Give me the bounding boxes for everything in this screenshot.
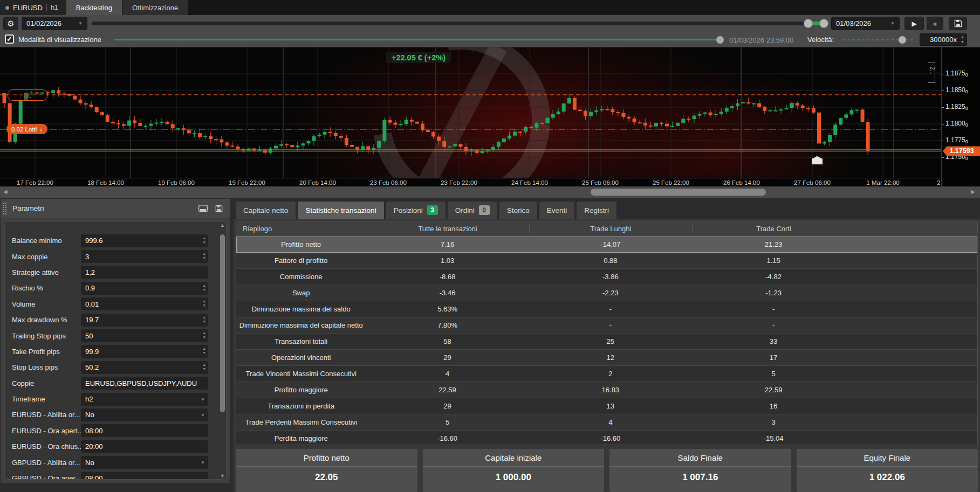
parameter-field-8[interactable]: 99.9▲▼ [81,345,208,358]
parameter-field-16[interactable]: 08:00 [81,472,208,480]
table-row[interactable]: Diminuzione massima del saldo5.63%-- [236,301,977,317]
metric-label: Commissione [236,273,366,281]
open-position-chip[interactable]: 0.02 Lotti ↓ [6,124,47,134]
parameter-field-14[interactable]: 20:00 [81,440,208,453]
parameter-field-7[interactable]: 50▲▼ [81,329,208,342]
table-row[interactable]: Trade Vincenti Massimi Consecutivi425 [236,366,977,382]
playback-progress-line [114,39,719,40]
symbol-tab[interactable]: EURUSD h1 [0,0,66,15]
scroll-left-icon[interactable]: ◀ [3,189,8,195]
column-header[interactable]: Tutte le transazioni [366,225,529,233]
candlestick-chart[interactable]: +22.05 € (+2%) SL 0.02 Lotti ↓ 2... 17 F… [0,47,980,186]
range-slider-handle-left[interactable] [804,19,813,28]
metric-value: 22.59 [366,386,529,394]
metric-value: - [529,321,692,329]
speed-spinner[interactable]: ▲▼ [961,35,964,44]
stats-tab-posizioni[interactable]: Posizioni3 [386,202,446,219]
parameter-value: 50 [85,332,93,340]
spinner-icon[interactable]: ▲▼ [203,347,206,355]
metric-label: Transazioni totali [236,337,366,345]
parameter-field-12[interactable]: No▼ [81,408,208,421]
stats-tab-ordini[interactable]: Ordini0 [448,202,497,219]
speed-slider-handle[interactable] [899,36,906,44]
scroll-right-icon[interactable]: ▶ [971,189,975,195]
save-parameters-icon[interactable] [215,205,223,212]
spinner-icon[interactable]: ▲▼ [203,236,206,245]
chevron-down-icon[interactable]: ▼ [201,460,205,465]
parameter-field-10[interactable]: EURUSD,GBPUSD,USDJPY,AUDU [81,377,208,390]
spinner-icon[interactable]: ▲▼ [203,331,206,339]
lots-label: 0.02 Lotti [11,126,37,133]
tab-label: Ordini [455,206,475,214]
table-row[interactable]: Perdita maggiore-16.60-16.60-15.04 [236,431,977,445]
table-row[interactable]: Transazioni totali582533 [236,334,977,350]
summary-card-equity-finale: Equity Finale1 022.06 [797,449,978,492]
save-button[interactable] [949,17,967,30]
metric-value: - [692,305,855,313]
table-row[interactable]: Trade Perdenti Massimi Consecutivi543 [236,414,977,431]
parameter-field-3[interactable]: 1,2 [81,266,208,279]
settings-button[interactable]: ⚙ [3,17,18,30]
spinner-icon[interactable]: ▲▼ [203,363,206,371]
table-row[interactable]: Operazioni vincenti291217 [236,350,977,366]
play-button[interactable]: ▶ [904,17,924,30]
chevron-down-icon[interactable]: ▼ [201,413,205,418]
parameter-field-6[interactable]: 19.7▲▼ [81,314,208,327]
table-row[interactable]: Profitto maggiore22.5916.8322.59 [236,382,977,398]
table-row[interactable]: Diminuzione massima del capitale netto7.… [236,317,977,334]
table-row[interactable]: Fattore di profitto1.030.881.15 [236,253,977,269]
gear-icon: ⚙ [7,19,14,29]
chevron-down-icon[interactable]: ▼ [201,397,205,402]
scrollbar-thumb[interactable] [591,189,766,196]
parameter-field-11[interactable]: h2▼ [81,393,208,406]
stats-tab-registri[interactable]: Registri [577,202,616,219]
stop-loss-chip[interactable]: SL [8,89,47,101]
stats-tab-statistiche-transazioni[interactable]: Statistiche transazioni [298,202,383,219]
stats-tab-capitale-netto[interactable]: Capitale netto [236,202,296,219]
metric-value: 1.03 [366,257,529,265]
spinner-icon[interactable]: ▲▼ [203,315,206,324]
spinner-icon[interactable]: ▲▼ [203,283,206,292]
parameters-scrollbar[interactable]: ▲ ▼ [219,223,226,479]
spinner-down-icon: ▼ [961,40,964,44]
parameter-field-5[interactable]: 0.01▲▼ [81,297,208,310]
date-range-slider[interactable] [92,22,825,25]
column-header[interactable]: Riepilogo [236,225,366,233]
playback-progress-handle[interactable] [716,36,724,44]
tab-backtesting[interactable]: Backtesting [66,0,122,15]
table-row[interactable]: Commissione-8.68-3.86-4.82 [236,269,977,285]
stop-button[interactable]: ■ [927,17,943,30]
metric-value: 3 [692,418,855,426]
column-header[interactable]: Trade Lunghi [529,225,692,233]
speed-value-input[interactable]: 300000x ▲▼ [920,33,967,46]
table-row[interactable]: Transazioni in perdita291316 [236,398,977,414]
spinner-icon[interactable]: ▲▼ [203,252,206,260]
table-row[interactable]: Swap-3.46-2.23-1.23 [236,285,977,301]
parameter-field-4[interactable]: 0.9▲▼ [81,282,208,295]
parameter-field-15[interactable]: No▼ [81,456,208,469]
parameters-header[interactable]: Parametri [1,199,230,218]
parameter-field-2[interactable]: 3▲▼ [81,250,208,263]
start-date-picker[interactable]: 01/02/2026 ▼ [22,17,87,30]
stats-tab-storico[interactable]: Storico [499,202,537,219]
range-slider-handle-right[interactable] [819,19,828,28]
scroll-up-icon[interactable]: ▲ [220,223,225,228]
stats-tab-eventi[interactable]: Eventi [539,202,575,219]
spinner-icon[interactable]: ▲▼ [203,299,206,308]
parameter-field-1[interactable]: 999.6▲▼ [81,234,208,247]
parameter-field-9[interactable]: 50.2▲▼ [81,361,208,374]
parameter-field-13[interactable]: 08:00 [81,424,208,437]
detach-window-icon[interactable] [198,205,208,212]
metric-label: Operazioni vincenti [236,354,366,362]
column-header[interactable]: Trade Corti [692,225,855,233]
tab-ottimizzazione[interactable]: Ottimizzazione [122,0,188,15]
scrollbar-thumb[interactable] [220,234,225,412]
table-row[interactable]: Profitto netto7.16-14.0721.23 [236,237,977,253]
table-header-row: RiepilogoTutte le transazioniTrade Lungh… [236,222,977,237]
chart-horizontal-scrollbar[interactable]: ◀ ▶ [0,186,980,198]
visualization-checkbox[interactable]: ✓ [5,34,14,44]
drag-handle-icon[interactable] [3,202,7,215]
scroll-down-icon[interactable]: ▼ [220,473,225,479]
end-date-picker[interactable]: 01/03/2026 ▼ [831,17,900,30]
parameters-panel: Parametri Balance minimo999.6▲▼Max coppi… [0,198,231,483]
